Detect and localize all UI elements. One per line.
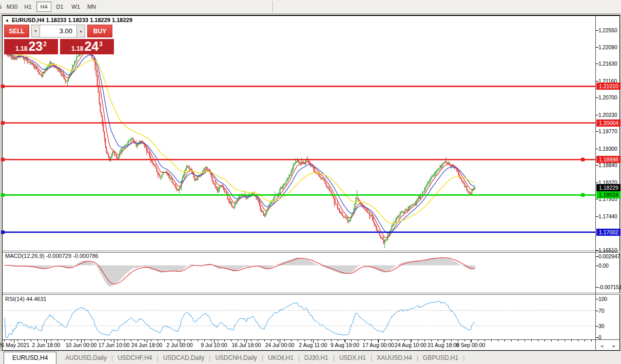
ohlc-values: 1.18233 1.18233 1.18229 1.18229 xyxy=(46,17,132,23)
price-level-label-1.18024: 1.18024 xyxy=(596,191,620,198)
timeframe-button-h4[interactable]: H4 xyxy=(36,2,51,12)
chart-window xyxy=(2,15,620,351)
buy-price-display[interactable]: 1.18243 xyxy=(60,39,114,54)
tab-gbpusd-h1[interactable]: GBPUSD,H1 xyxy=(418,352,463,364)
price-scale-tick: 1.20700 xyxy=(598,94,617,101)
macd-scale-tick: 0.00 xyxy=(598,262,609,269)
timeframe-button-h1[interactable]: H1 xyxy=(21,2,35,12)
arrow-down-icon: ▼ xyxy=(34,29,37,33)
rsi-scale-tick: 30 xyxy=(598,322,604,329)
timeframe-button-m30[interactable]: M30 xyxy=(5,2,20,12)
tab-dj30-h1[interactable]: DJ30,H1 xyxy=(300,352,333,364)
rsi-scale-tick: 70 xyxy=(598,307,604,314)
collapse-triangle-icon[interactable]: ▲ xyxy=(5,18,9,23)
sell-button[interactable]: SELL xyxy=(4,25,29,37)
tab-usdx-h1[interactable]: USDX,H1 xyxy=(335,352,371,364)
arrow-up-icon: ▲ xyxy=(79,29,83,33)
symbol-name: EURUSD,H4 xyxy=(12,17,45,23)
price-scale-tick: 1.22550 xyxy=(598,27,617,34)
tab-eurusd-h4[interactable]: EURUSD,H4 xyxy=(4,352,56,364)
buy-button[interactable]: BUY xyxy=(87,25,112,37)
price-scale-tick: 1.19300 xyxy=(598,145,617,152)
price-scale-tick: 1.20230 xyxy=(598,111,617,118)
price-scale-tick: 1.19770 xyxy=(598,128,617,135)
price-scale-tick: 1.21630 xyxy=(598,60,617,67)
price-scale-tick: 1.22090 xyxy=(598,44,617,50)
price-level-label-1.18998: 1.18998 xyxy=(596,156,620,163)
timeframe-button-mn[interactable]: MN xyxy=(84,2,99,12)
tab-scroll-right-icon[interactable]: ► xyxy=(612,343,616,349)
rsi-scale-tick: 100 xyxy=(598,296,607,302)
price-level-label-1.20004: 1.20004 xyxy=(596,119,620,127)
tab-xauusd-h4[interactable]: XAUUSD,H4 xyxy=(372,352,417,364)
macd-scale-tick: -0.007151 xyxy=(598,284,621,291)
volume-input[interactable]: 3.00 xyxy=(40,25,76,37)
volume-decrease-button[interactable]: ▼ xyxy=(31,25,40,37)
tab-ukoil-h1[interactable]: UKOil,H1 xyxy=(263,352,298,364)
volume-increase-button[interactable]: ▲ xyxy=(76,25,85,37)
tab-usdchf-h4[interactable]: USDCHF,H4 xyxy=(113,352,157,364)
tab-usdcnh-daily[interactable]: USDCNH,Daily xyxy=(210,352,261,364)
rsi-scale-tick: 0 xyxy=(598,334,601,341)
current-price-label: 1.18229 xyxy=(596,184,620,191)
tab-audusd-daily[interactable]: AUDUSD,Daily xyxy=(61,352,111,364)
one-click-trade-panel: SELL ▼ 3.00 ▲ BUY 1.18232 1.18243 xyxy=(4,25,114,54)
price-level-label-1.21010: 1.21010 xyxy=(596,83,620,90)
timeframe-toolbar: M15M30H1H4D1W1MN xyxy=(0,0,621,14)
tab-usdcad-daily[interactable]: USDCAD,Daily xyxy=(159,352,209,364)
timeframe-button-m15[interactable]: M15 xyxy=(0,2,4,12)
symbol-header: ▲EURUSD,H4 1.18233 1.18233 1.18229 1.182… xyxy=(5,17,132,23)
price-level-label-1.17002: 1.17002 xyxy=(596,229,620,236)
timeframe-button-d1[interactable]: D1 xyxy=(52,2,67,12)
tab-scroll-left-icon[interactable]: ◄ xyxy=(599,343,604,349)
chart-tab-bar: EURUSD,H4AUDUSD,Daily|USDCHF,H4|USDCAD,D… xyxy=(0,351,621,364)
time-axis-label: 8 Sep 00:00 xyxy=(447,342,494,348)
timeframe-button-w1[interactable]: W1 xyxy=(68,2,83,12)
toolbar-separator xyxy=(273,1,274,12)
rsi-indicator-title: RSI(14) 44.4631 xyxy=(5,296,47,302)
price-scale-tick: 1.17440 xyxy=(598,213,617,219)
macd-indicator-title: MACD(12,26,9) -0.000729 -0.000786 xyxy=(5,253,99,259)
sell-price-display[interactable]: 1.18232 xyxy=(4,39,58,54)
tab-separator: | xyxy=(463,354,464,364)
macd-scale-tick: 0.002947 xyxy=(598,253,620,259)
